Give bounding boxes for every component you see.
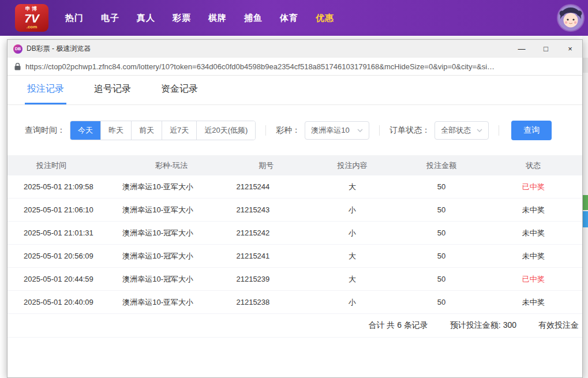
lottery-filter-label: 彩种：	[276, 125, 300, 136]
nav-item-board-games[interactable]: 棋牌	[200, 7, 235, 29]
nav-item-live[interactable]: 真人	[128, 7, 164, 29]
time-option-today[interactable]: 今天	[70, 121, 100, 140]
cell-time: 2025-05-01 20:44:59	[8, 275, 117, 283]
time-option-day-before[interactable]: 前天	[131, 121, 162, 140]
summary-row: 合计 共 6 条记录 预计投注金额: 300 有效投注金	[8, 314, 582, 338]
cell-status: 已中奖	[485, 182, 582, 192]
lock-icon	[14, 63, 21, 70]
column-header-time: 投注时间	[8, 160, 117, 171]
page-content: 投注记录追号记录资金记录 查询时间： 今天昨天前天近7天近20天(低频) 彩种：…	[8, 76, 582, 377]
time-filter-label: 查询时间：	[25, 125, 65, 136]
cell-game: 澳洲幸运10-亚军大小	[117, 182, 226, 192]
cell-game: 澳洲幸运10-亚军大小	[117, 205, 226, 215]
maximize-button[interactable]: □	[534, 40, 558, 58]
order-status-select[interactable]: 全部状态	[435, 121, 489, 140]
table-row: 2025-05-01 21:01:31澳洲幸运10-冠军大小21215242小5…	[8, 222, 582, 245]
site-top-bar: 申博 7V .com 热门电子真人彩票棋牌捕鱼体育优惠	[0, 0, 588, 36]
user-avatar-image	[558, 5, 583, 31]
summary-total: 合计 共 6 条记录	[368, 320, 428, 331]
cell-content: 大	[306, 251, 398, 261]
cell-game: 澳洲幸运10-冠军大小	[117, 274, 226, 285]
nav-item-lottery[interactable]: 彩票	[164, 7, 200, 29]
table-body: 2025-05-01 21:09:58澳洲幸运10-亚军大小21215244大5…	[8, 175, 582, 314]
close-button[interactable]: ×	[558, 40, 582, 58]
cell-content: 大	[306, 182, 398, 192]
browser-window: DB DB彩票 - 极速浏览器 — □ × https://ctop02pchw…	[7, 39, 583, 378]
time-option-yesterday[interactable]: 昨天	[100, 121, 131, 140]
tab-chase-records[interactable]: 追号记录	[92, 76, 133, 104]
record-tabs: 投注记录追号记录资金记录	[8, 76, 582, 105]
cell-time: 2025-05-01 20:56:09	[8, 252, 117, 260]
window-controls: — □ ×	[510, 40, 582, 58]
logo-brand-top: 申博	[25, 6, 38, 12]
time-option-last-7-days[interactable]: 近7天	[162, 121, 196, 140]
nav-item-hot[interactable]: 热门	[57, 7, 92, 29]
minimize-button[interactable]: —	[510, 40, 534, 58]
cell-time: 2025-05-01 21:01:31	[8, 229, 117, 237]
table-row: 2025-05-01 21:06:10澳洲幸运10-亚军大小21215243小5…	[8, 199, 582, 222]
divider	[499, 125, 499, 136]
user-avatar[interactable]	[558, 5, 583, 31]
summary-expected-amount: 预计投注金额: 300	[450, 320, 516, 331]
cell-status: 未中奖	[485, 251, 582, 261]
chevron-down-icon	[477, 129, 482, 132]
site-logo[interactable]: 申博 7V .com	[15, 4, 48, 32]
lottery-select-value: 澳洲幸运10	[311, 125, 349, 136]
divider	[265, 125, 266, 136]
cell-amount: 50	[398, 229, 484, 237]
cell-status: 已中奖	[485, 274, 582, 285]
cell-amount: 50	[398, 252, 484, 260]
logo-brand-suffix: .com	[27, 25, 38, 29]
window-title: DB彩票 - 极速浏览器	[27, 44, 91, 54]
divider	[379, 125, 380, 136]
cell-status: 未中奖	[485, 205, 582, 215]
cell-content: 小	[306, 228, 398, 238]
top-nav-items: 热门电子真人彩票棋牌捕鱼体育优惠	[57, 7, 343, 29]
nav-item-promotions[interactable]: 优惠	[307, 7, 343, 29]
url-text: https://ctop02pchwp1.zfnc84.com/lottery/…	[25, 62, 495, 71]
cell-time: 2025-05-01 21:09:58	[8, 182, 117, 191]
table-row: 2025-05-01 20:56:09澳洲幸运10-冠军大小21215241大5…	[8, 245, 582, 268]
chevron-down-icon	[357, 129, 363, 132]
cell-content: 小	[306, 297, 398, 308]
cell-status: 未中奖	[485, 228, 582, 238]
summary-valid-amount: 有效投注金	[538, 320, 579, 331]
cell-issue: 21215238	[226, 298, 306, 306]
cell-game: 澳洲幸运10-亚军大小	[117, 297, 226, 308]
background-page-strip	[582, 36, 588, 378]
nav-item-slots[interactable]: 电子	[92, 7, 128, 29]
background-fragment	[582, 211, 588, 227]
background-fragment	[582, 58, 588, 73]
logo-brand-main: 7V	[24, 12, 39, 24]
cell-game: 澳洲幸运10-冠军大小	[117, 251, 226, 261]
column-header-content: 投注内容	[306, 160, 398, 171]
cell-issue: 21215241	[226, 252, 306, 260]
time-option-last-20-days[interactable]: 近20天(低频)	[196, 121, 255, 140]
cell-amount: 50	[398, 298, 484, 306]
cell-amount: 50	[398, 205, 484, 214]
cell-time: 2025-05-01 20:40:09	[8, 298, 117, 306]
cell-issue: 21215239	[226, 275, 306, 283]
cell-amount: 50	[398, 182, 484, 191]
nav-item-fishing[interactable]: 捕鱼	[235, 7, 271, 29]
browser-favicon-icon: DB	[13, 44, 23, 54]
window-titlebar[interactable]: DB DB彩票 - 极速浏览器 — □ ×	[8, 40, 582, 58]
tab-fund-records[interactable]: 资金记录	[159, 76, 200, 104]
cell-issue: 21215244	[226, 182, 306, 191]
cell-issue: 21215243	[226, 205, 306, 214]
nav-item-sports[interactable]: 体育	[271, 7, 307, 29]
search-button[interactable]: 查询	[511, 121, 552, 140]
column-header-issue: 期号	[226, 160, 306, 171]
lottery-select[interactable]: 澳洲幸运10	[305, 121, 369, 140]
cell-amount: 50	[398, 275, 484, 283]
browser-address-bar[interactable]: https://ctop02pchwp1.zfnc84.com/lottery/…	[8, 58, 582, 76]
status-select-value: 全部状态	[441, 125, 471, 136]
status-filter-label: 订单状态：	[389, 125, 430, 136]
cell-game: 澳洲幸运10-冠军大小	[117, 228, 226, 238]
cell-content: 大	[306, 274, 398, 285]
table-row: 2025-05-01 21:09:58澳洲幸运10-亚军大小21215244大5…	[8, 175, 582, 199]
column-header-amount: 投注金额	[398, 160, 484, 171]
tab-bet-records[interactable]: 投注记录	[25, 76, 66, 104]
cell-issue: 21215242	[226, 229, 306, 237]
table-header: 投注时间彩种-玩法期号投注内容投注金额状态	[8, 155, 582, 175]
